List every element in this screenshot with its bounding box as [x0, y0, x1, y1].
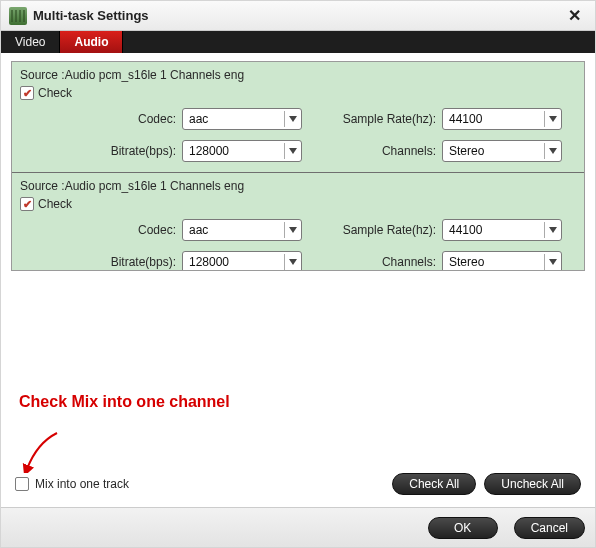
- source-block-1: Source :Audio pcm_s16le 1 Channels eng ✔…: [12, 62, 584, 173]
- field-grid-1: Codec: aac Bitrate(bps): 128000: [20, 108, 576, 162]
- tab-bar: Video Audio: [1, 31, 595, 53]
- body: Source :Audio pcm_s16le 1 Channels eng ✔…: [1, 53, 595, 507]
- codec-field-1: Codec: aac: [80, 108, 302, 130]
- annotation-arrow-icon: [17, 431, 67, 473]
- tab-video[interactable]: Video: [1, 31, 60, 53]
- chevron-down-icon: [289, 227, 297, 233]
- bitrate-select-1[interactable]: 128000: [182, 140, 302, 162]
- bitrate-label-1: Bitrate(bps):: [80, 144, 176, 158]
- source-check-row-2: ✔ Check: [20, 197, 576, 211]
- annotation-text: Check Mix into one channel: [11, 393, 585, 411]
- cancel-button[interactable]: Cancel: [514, 517, 585, 539]
- close-button[interactable]: ✕: [562, 4, 587, 27]
- chevron-down-icon: [289, 148, 297, 154]
- samplerate-field-2: Sample Rate(hz): 44100: [326, 219, 562, 241]
- channels-label-2: Channels:: [326, 255, 436, 269]
- channels-field-2: Channels: Stereo: [326, 251, 562, 271]
- bottom-row: Mix into one track Check All Uncheck All: [11, 473, 585, 501]
- chevron-down-icon: [549, 227, 557, 233]
- channels-label-1: Channels:: [326, 144, 436, 158]
- codec-label-2: Codec:: [80, 223, 176, 237]
- col-left-2: Codec: aac Bitrate(bps): 128000: [80, 219, 302, 271]
- mix-checkbox[interactable]: [15, 477, 29, 491]
- source-check-2[interactable]: ✔: [20, 197, 34, 211]
- check-mark-icon: ✔: [23, 88, 32, 99]
- bitrate-field-2: Bitrate(bps): 128000: [80, 251, 302, 271]
- check-all-button[interactable]: Check All: [392, 473, 476, 495]
- footer: OK Cancel: [1, 507, 595, 547]
- audio-panel: Source :Audio pcm_s16le 1 Channels eng ✔…: [11, 61, 585, 271]
- source-check-1[interactable]: ✔: [20, 86, 34, 100]
- samplerate-label-1: Sample Rate(hz):: [326, 112, 436, 126]
- tab-audio[interactable]: Audio: [60, 31, 123, 53]
- source-check-label-1: Check: [38, 86, 72, 100]
- channels-select-1[interactable]: Stereo: [442, 140, 562, 162]
- codec-select-1[interactable]: aac: [182, 108, 302, 130]
- source-label-1: Source :Audio pcm_s16le 1 Channels eng: [20, 68, 576, 82]
- chevron-down-icon: [549, 259, 557, 265]
- col-right-1: Sample Rate(hz): 44100 Channels: Stereo: [326, 108, 562, 162]
- channels-select-2[interactable]: Stereo: [442, 251, 562, 271]
- source-check-label-2: Check: [38, 197, 72, 211]
- col-left-1: Codec: aac Bitrate(bps): 128000: [80, 108, 302, 162]
- source-block-2: Source :Audio pcm_s16le 1 Channels eng ✔…: [12, 173, 584, 271]
- bitrate-select-2[interactable]: 128000: [182, 251, 302, 271]
- samplerate-select-2[interactable]: 44100: [442, 219, 562, 241]
- bitrate-field-1: Bitrate(bps): 128000: [80, 140, 302, 162]
- samplerate-select-1[interactable]: 44100: [442, 108, 562, 130]
- chevron-down-icon: [289, 259, 297, 265]
- ok-button[interactable]: OK: [428, 517, 498, 539]
- window-title: Multi-task Settings: [33, 8, 149, 23]
- col-right-2: Sample Rate(hz): 44100 Channels: Stereo: [326, 219, 562, 271]
- codec-field-2: Codec: aac: [80, 219, 302, 241]
- source-check-row-1: ✔ Check: [20, 86, 576, 100]
- samplerate-label-2: Sample Rate(hz):: [326, 223, 436, 237]
- chevron-down-icon: [289, 116, 297, 122]
- source-label-2: Source :Audio pcm_s16le 1 Channels eng: [20, 179, 576, 193]
- titlebar: Multi-task Settings ✕: [1, 1, 595, 31]
- bitrate-label-2: Bitrate(bps):: [80, 255, 176, 269]
- chevron-down-icon: [549, 148, 557, 154]
- field-grid-2: Codec: aac Bitrate(bps): 128000: [20, 219, 576, 271]
- mix-label: Mix into one track: [35, 477, 129, 491]
- codec-label-1: Codec:: [80, 112, 176, 126]
- codec-select-2[interactable]: aac: [182, 219, 302, 241]
- app-icon: [9, 7, 27, 25]
- samplerate-field-1: Sample Rate(hz): 44100: [326, 108, 562, 130]
- settings-window: Multi-task Settings ✕ Video Audio Source…: [0, 0, 596, 548]
- uncheck-all-button[interactable]: Uncheck All: [484, 473, 581, 495]
- mix-check-row: Mix into one track: [15, 477, 129, 491]
- channels-field-1: Channels: Stereo: [326, 140, 562, 162]
- check-mark-icon: ✔: [23, 199, 32, 210]
- chevron-down-icon: [549, 116, 557, 122]
